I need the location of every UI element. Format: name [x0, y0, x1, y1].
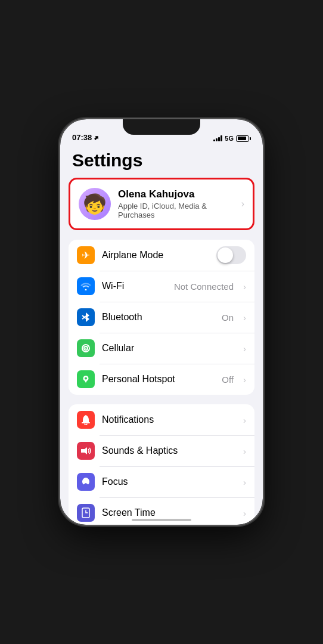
hotspot-chevron: ›	[243, 374, 246, 385]
connectivity-group: ✈ Airplane Mode Wi-Fi	[69, 240, 254, 395]
focus-icon	[77, 473, 95, 491]
focus-row[interactable]: Focus ›	[69, 466, 254, 497]
profile-subtitle: Apple ID, iCloud, Media & Purchases	[118, 202, 234, 219]
avatar: 🧒	[79, 188, 111, 220]
screen-time-label: Screen Time	[102, 507, 236, 518]
cellular-icon	[77, 339, 95, 357]
phone-frame: 07:38 5G	[60, 119, 263, 525]
signal-bars	[213, 135, 222, 141]
battery-icon	[236, 135, 251, 142]
wifi-chevron: ›	[243, 281, 246, 292]
cellular-row[interactable]: Cellular ›	[69, 333, 254, 364]
home-indicator	[132, 519, 191, 521]
airplane-mode-row[interactable]: ✈ Airplane Mode	[69, 240, 254, 271]
notifications-row[interactable]: Notifications ›	[69, 404, 254, 435]
focus-chevron: ›	[243, 477, 246, 487]
svg-rect-7	[82, 422, 90, 423]
hotspot-label: Personal Hotspot	[102, 374, 215, 385]
notch	[123, 119, 200, 135]
bluetooth-icon	[77, 308, 95, 326]
time-display: 07:38	[72, 133, 92, 142]
notifications-label: Notifications	[102, 414, 236, 425]
notifications-icon	[77, 411, 95, 429]
sounds-chevron: ›	[243, 446, 246, 456]
notifications-chevron: ›	[243, 415, 246, 425]
screen-time-chevron: ›	[243, 508, 246, 518]
scroll-content[interactable]: Settings 🧒 Olena Kahujova Apple ID, iClo…	[60, 145, 263, 525]
cellular-chevron: ›	[243, 343, 246, 354]
network-type: 5G	[225, 135, 234, 142]
svg-point-5	[85, 348, 86, 349]
wifi-label: Wi-Fi	[102, 281, 167, 292]
status-time: 07:38	[72, 133, 100, 142]
hotspot-row[interactable]: Personal Hotspot Off ›	[69, 364, 254, 395]
sounds-icon	[77, 442, 95, 460]
svg-marker-8	[81, 447, 87, 454]
notifications-group: Notifications › Sounds & Haptics ›	[69, 404, 254, 525]
cellular-label: Cellular	[102, 343, 236, 354]
hotspot-value: Off	[222, 374, 234, 385]
sounds-label: Sounds & Haptics	[102, 445, 236, 456]
wifi-icon	[77, 277, 95, 295]
page-title: Settings	[60, 145, 263, 178]
wifi-row[interactable]: Wi-Fi Not Connected ›	[69, 271, 254, 302]
profile-card[interactable]: 🧒 Olena Kahujova Apple ID, iCloud, Media…	[69, 178, 254, 230]
focus-label: Focus	[102, 476, 236, 487]
status-icons: 5G	[213, 135, 251, 142]
airplane-mode-toggle[interactable]	[216, 246, 246, 264]
profile-info: Olena Kahujova Apple ID, iCloud, Media &…	[118, 188, 234, 219]
airplane-mode-icon: ✈	[77, 246, 95, 264]
bluetooth-row[interactable]: Bluetooth On ›	[69, 302, 254, 333]
wifi-value: Not Connected	[174, 281, 234, 292]
screen-time-icon	[77, 504, 95, 522]
svg-marker-0	[94, 135, 100, 141]
hotspot-icon	[77, 370, 95, 388]
profile-name: Olena Kahujova	[118, 188, 234, 200]
sounds-row[interactable]: Sounds & Haptics ›	[69, 435, 254, 466]
airplane-mode-label: Airplane Mode	[102, 250, 209, 261]
bluetooth-value: On	[222, 312, 234, 323]
profile-chevron: ›	[241, 199, 244, 209]
location-icon	[94, 135, 100, 141]
phone-screen: 07:38 5G	[60, 119, 263, 525]
bluetooth-label: Bluetooth	[102, 312, 215, 323]
svg-point-6	[85, 377, 87, 380]
bluetooth-chevron: ›	[243, 312, 246, 323]
